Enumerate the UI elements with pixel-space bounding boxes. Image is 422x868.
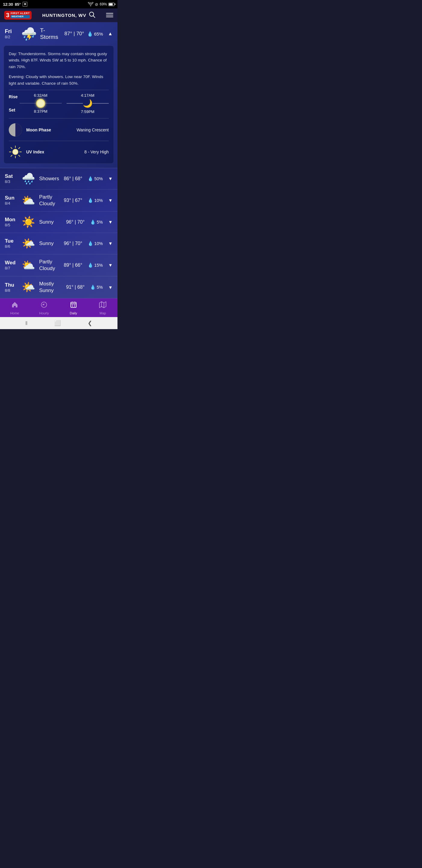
- rain-pct: 50%: [94, 176, 103, 181]
- nav-item-home[interactable]: Home: [0, 301, 30, 315]
- current-day-detail: Day: Thunderstorms. Storms may contain s…: [4, 45, 114, 164]
- chevron-down-icon: ▼: [108, 285, 112, 290]
- rain-drop-icon: 💧: [87, 31, 93, 37]
- forecast-row[interactable]: Wed 8/7 ⛅ PartlyCloudy 89° | 66° 💧 15% ▼: [0, 254, 118, 276]
- forecast-day-name: Thu: [5, 282, 18, 288]
- current-high: 87°: [64, 31, 72, 36]
- map-icon: [99, 301, 106, 308]
- rain-drop-icon: 💧: [88, 262, 93, 268]
- forecast-rain: 💧 50%: [88, 176, 103, 181]
- uv-sun-icon: [9, 145, 22, 158]
- moon-rise-time: 4:17AM: [81, 93, 95, 98]
- forecast-day-num: 8/3: [5, 179, 18, 184]
- search-button[interactable]: [89, 11, 96, 19]
- nav-item-map[interactable]: Map: [88, 301, 118, 315]
- android-nav-bar: ⦀ ⬜ ❮: [0, 317, 118, 329]
- rain-pct: 10%: [94, 198, 103, 203]
- forecast-temps: 89° | 66°: [64, 262, 82, 268]
- current-weather-icon: ⛈️: [21, 27, 37, 41]
- nav-item-hourly[interactable]: Hourly: [30, 301, 59, 315]
- android-recent-btn[interactable]: ⦀: [25, 320, 28, 327]
- channel-number: 3: [6, 12, 9, 18]
- forecast-row[interactable]: Thu 8/8 🌤️ MostlySunny 91° | 68° 💧 5% ▼: [0, 276, 118, 299]
- forecast-date: Mon 8/5: [5, 217, 18, 227]
- current-day-row[interactable]: Fri 8/2 ⛈️ T-Storms 87° | 70° 💧 65% ▲ Da…: [0, 22, 118, 168]
- search-icon: [89, 11, 96, 18]
- forecast-date: Thu 8/8: [5, 282, 18, 293]
- android-back-btn[interactable]: ❮: [88, 320, 92, 327]
- chevron-down-icon: ▼: [108, 176, 112, 181]
- daily-icon: [70, 301, 77, 308]
- forecast-temps: 86° | 68°: [64, 176, 82, 181]
- detail-divider-2: [9, 118, 109, 119]
- moon-icon: 🌙: [83, 99, 93, 108]
- moon-phase-value: Waning Crescent: [76, 127, 109, 132]
- forecast-day-name: Tue: [5, 238, 18, 244]
- rain-pct: 15%: [94, 263, 103, 268]
- bottom-nav: Home Hourly Daily: [0, 299, 118, 317]
- menu-button[interactable]: [106, 13, 113, 17]
- hamburger-icon: [106, 13, 113, 17]
- day-description: Day: Thunderstorms. Storms may contain s…: [9, 51, 109, 70]
- daily-icon: [70, 301, 77, 310]
- daily-label: Daily: [70, 311, 77, 315]
- svg-marker-12: [42, 304, 43, 305]
- forecast-rain: 💧 10%: [88, 198, 103, 203]
- forecast-day-num: 8/6: [5, 244, 18, 249]
- battery-icon: [108, 3, 115, 6]
- forecast-day-num: 8/4: [5, 201, 18, 206]
- current-rain-chance: 💧 65%: [87, 31, 103, 37]
- evening-description: Evening: Cloudy with showers. Low near 7…: [9, 73, 109, 87]
- home-icon: [11, 301, 19, 308]
- current-day-date: Fri 8/2: [5, 28, 18, 39]
- forecast-day-num: 8/5: [5, 223, 18, 227]
- nav-item-daily[interactable]: Daily: [59, 301, 88, 315]
- chevron-down-icon: ▼: [108, 219, 112, 224]
- rain-drop-icon: 💧: [88, 198, 93, 203]
- forecast-temps: 96° | 70°: [64, 241, 82, 246]
- forecast-rain: 💧 5%: [90, 219, 103, 225]
- status-bar: 12:30 85° ✕ ⊘ 69%: [0, 0, 118, 8]
- expand-arrow-icon: ▲: [108, 31, 112, 36]
- android-home-btn[interactable]: ⬜: [54, 320, 61, 327]
- svg-line-9: [11, 155, 12, 156]
- current-day-num: 8/2: [5, 35, 18, 39]
- rain-pct: 5%: [97, 285, 103, 290]
- hourly-icon: [40, 301, 47, 308]
- current-low: 70°: [76, 31, 84, 36]
- forecast-condition: MostlySunny: [39, 281, 63, 294]
- forecast-row[interactable]: Mon 8/5 ☀️ Sunny 96° | 70° 💧 5% ▼: [0, 212, 118, 233]
- forecast-day-name: Wed: [5, 260, 18, 266]
- moon-phase-row: Moon Phase Waning Crescent: [9, 123, 109, 136]
- current-day-header: Fri 8/2 ⛈️ T-Storms 87° | 70° 💧 65% ▲: [0, 22, 118, 45]
- status-left: 12:30 85° ✕: [3, 2, 27, 7]
- rain-drop-icon: 💧: [88, 241, 93, 246]
- forecast-row[interactable]: Sat 8/3 🌧️ Showers 86° | 68° 💧 50% ▼: [0, 168, 118, 190]
- forecast-day-name: Sat: [5, 173, 18, 179]
- forecast-row[interactable]: Tue 8/6 🌤️ Sunny 96° | 70° 💧 10% ▼: [0, 233, 118, 254]
- app-logo: 3 FIRST ALERT WEATHER: [4, 11, 32, 20]
- hourly-label: Hourly: [39, 311, 49, 315]
- dnd-icon: ⊘: [95, 2, 98, 7]
- forecast-condition: PartlyCloudy: [39, 194, 61, 207]
- forecast-row[interactable]: Sun 8/4 ⛅ PartlyCloudy 93° | 67° 💧 10% ▼: [0, 190, 118, 212]
- svg-line-8: [19, 147, 20, 149]
- rise-label: Rise: [9, 94, 19, 99]
- forecast-date: Wed 8/7: [5, 260, 18, 270]
- svg-line-6: [11, 147, 12, 149]
- hourly-icon: [40, 301, 47, 310]
- moon-phase-label: Moon Phase: [26, 127, 72, 132]
- svg-rect-13: [71, 302, 76, 307]
- forecast-day-num: 8/8: [5, 288, 18, 293]
- current-rain-pct: 65%: [94, 31, 103, 36]
- location-text: HUNTINGTON, WV: [42, 13, 86, 18]
- current-condition: T-Storms: [40, 27, 61, 40]
- forecast-icon: ⛅: [21, 259, 36, 272]
- sun-set-time: 8:37PM: [34, 109, 47, 114]
- forecast-condition: PartlyCloudy: [39, 258, 61, 272]
- forecast-date: Sun 8/4: [5, 195, 18, 206]
- forecast-rain: 💧 5%: [90, 284, 103, 290]
- svg-marker-21: [99, 302, 106, 308]
- app-header: 3 FIRST ALERT WEATHER HUNTINGTON, WV: [0, 8, 118, 22]
- map-icon: [99, 301, 106, 310]
